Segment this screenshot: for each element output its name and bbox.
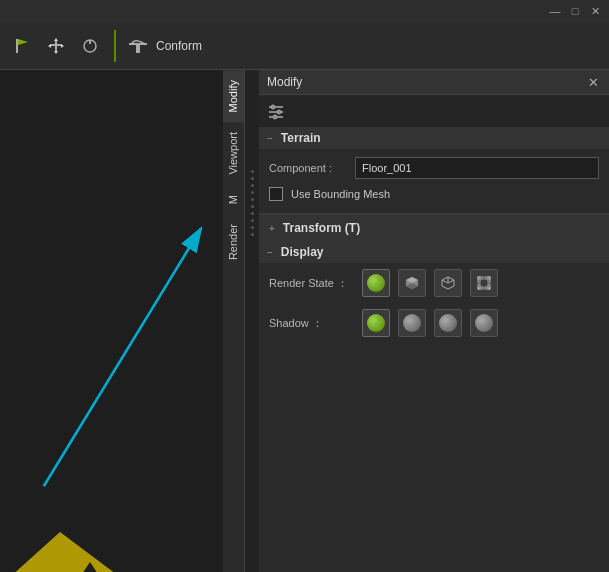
svg-line-26 bbox=[442, 280, 448, 283]
component-field-row: Component : bbox=[269, 157, 599, 179]
dot bbox=[251, 205, 254, 208]
dot bbox=[251, 177, 254, 180]
display-section-header: − Display bbox=[259, 241, 609, 263]
dot bbox=[251, 219, 254, 222]
dot bbox=[251, 191, 254, 194]
conform-label: Conform bbox=[156, 39, 202, 53]
right-panel: Modify ✕ − Terrain bbox=[259, 70, 609, 572]
svg-marker-5 bbox=[54, 51, 58, 54]
svg-marker-6 bbox=[48, 44, 51, 48]
dots-column bbox=[245, 70, 259, 572]
bounding-mesh-row: Use Bounding Mesh bbox=[269, 187, 599, 201]
shadow-gray-sphere-1 bbox=[403, 314, 421, 332]
svg-marker-7 bbox=[61, 44, 64, 48]
render-state-label: Render State ： bbox=[269, 276, 354, 291]
dot bbox=[251, 233, 254, 236]
transform-expand-icon: + bbox=[269, 223, 275, 234]
dot bbox=[251, 212, 254, 215]
transform-section[interactable]: + Transform (T) bbox=[259, 214, 609, 241]
terrain-section-title: Terrain bbox=[281, 131, 321, 145]
toolbar-separator bbox=[114, 30, 116, 62]
conform-icon bbox=[126, 34, 150, 58]
main-area: Modify Viewport M Render Modify ✕ bbox=[0, 70, 609, 572]
terrain-section: − Terrain Component : Use Bounding Mesh bbox=[259, 127, 609, 214]
svg-marker-14 bbox=[10, 532, 120, 572]
shadow-btn-3[interactable] bbox=[434, 309, 462, 337]
panel-title: Modify bbox=[267, 75, 302, 89]
render-state-btn-2[interactable] bbox=[398, 269, 426, 297]
tab-render[interactable]: Render bbox=[223, 214, 244, 270]
render-state-btn-1[interactable] bbox=[362, 269, 390, 297]
shadow-btn-1[interactable] bbox=[362, 309, 390, 337]
svg-rect-0 bbox=[16, 39, 18, 53]
shadow-gray-sphere-2 bbox=[439, 314, 457, 332]
flag-icon[interactable] bbox=[8, 32, 36, 60]
cube-solid-icon bbox=[404, 275, 420, 291]
sliders-icon[interactable] bbox=[265, 100, 287, 122]
svg-rect-11 bbox=[136, 45, 140, 53]
display-collapse-btn[interactable]: − bbox=[267, 247, 273, 258]
cube-wireframe-icon bbox=[440, 275, 456, 291]
svg-point-18 bbox=[277, 110, 281, 114]
close-button[interactable]: ✕ bbox=[585, 2, 605, 20]
arrow-overlay bbox=[0, 70, 223, 572]
component-label: Component : bbox=[269, 162, 349, 174]
svg-line-13 bbox=[44, 228, 201, 486]
display-section-title: Display bbox=[281, 245, 324, 259]
panel-header: Modify ✕ bbox=[259, 70, 609, 95]
dot bbox=[251, 198, 254, 201]
svg-rect-9 bbox=[89, 40, 91, 44]
render-state-btn-4[interactable] bbox=[470, 269, 498, 297]
shadow-gray-sphere-3 bbox=[475, 314, 493, 332]
terrain-section-content: Component : Use Bounding Mesh bbox=[259, 149, 609, 213]
panel-close-button[interactable]: ✕ bbox=[585, 74, 601, 90]
icon-strip bbox=[259, 95, 609, 127]
move-icon[interactable] bbox=[42, 32, 70, 60]
shadow-row: Shadow ： bbox=[259, 303, 609, 343]
yellow-shape bbox=[0, 522, 120, 572]
side-tabs: Modify Viewport M Render bbox=[223, 70, 245, 572]
rotate-icon[interactable] bbox=[76, 32, 104, 60]
maximize-button[interactable]: □ bbox=[565, 2, 585, 20]
svg-rect-3 bbox=[55, 40, 57, 52]
terrain-section-header: − Terrain bbox=[259, 127, 609, 149]
tab-m[interactable]: M bbox=[223, 185, 244, 214]
viewport[interactable] bbox=[0, 70, 223, 572]
svg-line-27 bbox=[448, 280, 454, 283]
use-bounding-mesh-checkbox[interactable] bbox=[269, 187, 283, 201]
shadow-btn-4[interactable] bbox=[470, 309, 498, 337]
green-sphere-icon bbox=[367, 274, 385, 292]
svg-point-20 bbox=[273, 115, 277, 119]
render-state-row: Render State ： bbox=[259, 263, 609, 303]
shadow-green-sphere bbox=[367, 314, 385, 332]
svg-point-16 bbox=[271, 105, 275, 109]
title-bar: — □ ✕ bbox=[0, 0, 609, 22]
fullscreen-icon bbox=[476, 275, 492, 291]
tab-modify[interactable]: Modify bbox=[223, 70, 244, 122]
bounding-mesh-label: Use Bounding Mesh bbox=[291, 188, 390, 200]
toolbar: Conform bbox=[0, 22, 609, 70]
svg-marker-4 bbox=[54, 38, 58, 41]
shadow-label: Shadow ： bbox=[269, 316, 354, 331]
dot bbox=[251, 184, 254, 187]
minimize-button[interactable]: — bbox=[545, 2, 565, 20]
render-state-btn-3[interactable] bbox=[434, 269, 462, 297]
tab-viewport[interactable]: Viewport bbox=[223, 122, 244, 185]
transform-title: Transform (T) bbox=[283, 221, 360, 235]
conform-button[interactable]: Conform bbox=[126, 34, 202, 58]
component-input[interactable] bbox=[355, 157, 599, 179]
display-section: − Display Render State ： bbox=[259, 241, 609, 343]
svg-marker-1 bbox=[18, 39, 28, 45]
terrain-collapse-btn[interactable]: − bbox=[267, 133, 273, 144]
dot bbox=[251, 170, 254, 173]
dot bbox=[251, 226, 254, 229]
shadow-btn-2[interactable] bbox=[398, 309, 426, 337]
